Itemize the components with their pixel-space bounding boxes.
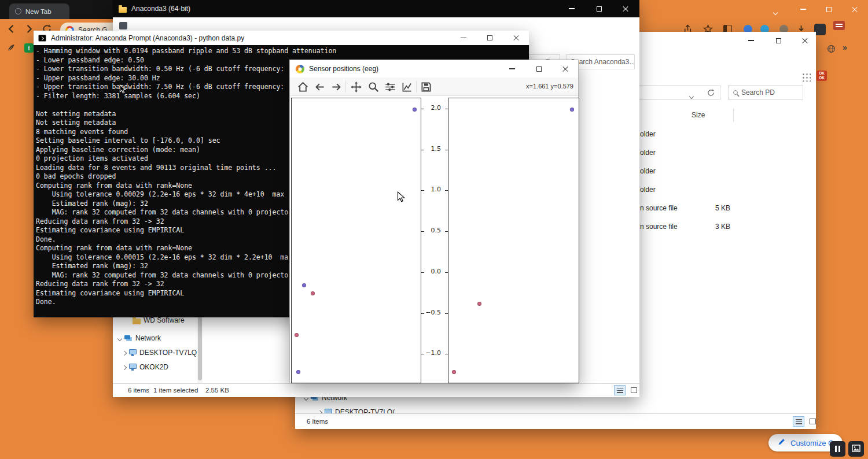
cursor-readout: x=1.661 y=0.579 — [526, 83, 573, 90]
address-dropdown-chevron-icon[interactable] — [690, 90, 693, 101]
explorer-back-minimize-button[interactable] — [741, 32, 761, 49]
browser-maximize-button[interactable] — [819, 3, 838, 15]
bookmark-t-icon[interactable]: t — [24, 43, 34, 53]
terminal-close-button[interactable] — [507, 31, 525, 45]
selection-count: 1 item selected — [153, 384, 198, 397]
back-arrow-icon[interactable] — [312, 80, 326, 94]
adblock-badge-icon[interactable] — [833, 21, 845, 30]
ribbon-menu-icon[interactable] — [119, 22, 127, 29]
terminal-title: Administrator: Anaconda Prompt (Anaconda… — [51, 34, 244, 42]
figure-window: Sensor positions (eeg) x=1.661 y=0.579 2… — [289, 60, 579, 383]
folder-icon — [133, 319, 141, 324]
computer-icon — [129, 364, 137, 369]
home-icon[interactable] — [296, 80, 310, 94]
figure-maximize-button[interactable] — [529, 60, 549, 77]
tree-item-label: Network — [135, 334, 161, 342]
extension-badge-icon[interactable] — [814, 24, 826, 35]
okok-extension-icon[interactable]: OK OK — [816, 71, 827, 81]
axes-edit-icon[interactable] — [400, 80, 414, 94]
app-grid-icon[interactable] — [801, 72, 811, 82]
chevron-right-icon[interactable] — [123, 363, 126, 371]
adblock-badge-bars — [836, 24, 843, 25]
thumbnail-view-icon — [631, 387, 637, 393]
explorer-front-title: Anaconda3 (64-bit) — [131, 5, 190, 13]
globe-bookmark-icon[interactable] — [827, 45, 836, 55]
tree-item-desktop[interactable]: DESKTOP-TV7LQ( — [123, 347, 199, 358]
thumbnail-view-icon — [810, 419, 816, 424]
terminal-minimize-button[interactable] — [455, 31, 472, 45]
configure-subplots-icon[interactable] — [383, 80, 397, 94]
forward-arrow-icon[interactable] — [329, 80, 343, 94]
file-type-text: older — [640, 186, 656, 194]
tick-mark — [445, 150, 448, 150]
file-size-text: 3 KB — [694, 223, 730, 231]
y-axis-labels: 2.01.51.00.50.0−0.5−1.0 — [421, 98, 445, 383]
toolbar-divider — [416, 81, 417, 92]
sensor-dot — [302, 283, 306, 287]
zoom-icon[interactable] — [366, 80, 380, 94]
file-type-text: older — [640, 130, 656, 138]
sensor-dot — [477, 302, 481, 306]
thumbnail-view-button[interactable] — [628, 385, 639, 395]
chevron-right-icon[interactable] — [123, 349, 126, 357]
save-icon[interactable] — [419, 80, 433, 94]
browser-minimize-button[interactable] — [793, 3, 813, 15]
tick-mark — [445, 272, 448, 273]
browser-close-button[interactable] — [845, 3, 865, 15]
display-control-button[interactable] — [848, 441, 864, 457]
sensor-dot — [295, 333, 299, 337]
tree-scrollbar-thumb[interactable] — [198, 317, 202, 380]
folder-icon — [119, 7, 127, 13]
details-view-button[interactable] — [793, 416, 804, 427]
pause-control-button[interactable] — [830, 441, 845, 457]
tree-item-okok2d[interactable]: OKOK2D — [123, 361, 168, 373]
list-view-icon — [796, 419, 802, 424]
browser-tab[interactable]: New Tab — [9, 3, 69, 19]
forward-icon[interactable] — [23, 23, 35, 37]
bookmarks-overflow-chevron[interactable]: » — [843, 43, 847, 52]
matplotlib-logo-icon — [296, 65, 304, 73]
size-column-header[interactable]: Size — [692, 111, 705, 119]
sensor-dot — [413, 108, 417, 112]
figure-minimize-button[interactable] — [502, 60, 522, 77]
items-count: 6 items — [307, 414, 328, 429]
scatter-subplot-right[interactable] — [448, 98, 579, 383]
pan-icon[interactable] — [349, 80, 363, 94]
scatter-subplot-left[interactable] — [291, 98, 421, 383]
sensor-dot — [452, 370, 456, 374]
pencil-icon — [778, 438, 786, 448]
file-type-text: n source file — [640, 204, 678, 212]
y-tick-label: 0.5 — [421, 227, 441, 234]
image-icon — [852, 444, 860, 454]
thumbnail-view-button[interactable] — [807, 416, 818, 427]
y-tick-label: −1.0 — [421, 349, 441, 357]
tree-item-label: OKOK2D — [139, 363, 168, 371]
explorer-front-maximize-button[interactable] — [589, 0, 609, 17]
explorer-back-maximize-button[interactable] — [768, 32, 788, 49]
details-view-button[interactable] — [614, 385, 626, 395]
tick-mark — [445, 354, 448, 354]
sensor-dot — [570, 108, 574, 112]
tabstrip-chevron-icon[interactable] — [774, 6, 777, 17]
secondary-cursor — [119, 84, 126, 97]
back-icon[interactable] — [6, 23, 17, 37]
search-text: Search PD — [741, 88, 775, 97]
tree-item-label: WD Software — [144, 316, 185, 324]
customize-label: Customize C — [790, 439, 833, 447]
tree-item-network[interactable]: Network — [118, 332, 161, 344]
y-tick-label: −0.5 — [421, 309, 441, 316]
explorer-front-minimize-button[interactable] — [562, 0, 582, 17]
terminal-maximize-button[interactable] — [481, 31, 498, 45]
explorer-back-search-box[interactable]: Search PD — [728, 85, 803, 100]
list-view-icon — [617, 388, 623, 393]
explorer-front-close-button[interactable] — [616, 0, 635, 17]
chevron-down-icon[interactable] — [118, 334, 122, 342]
tick-mark — [445, 313, 448, 314]
explorer-back-close-button[interactable] — [795, 32, 815, 49]
tree-item-label: DESKTOP-TV7LQ( — [139, 349, 199, 357]
quill-bookmark-icon[interactable] — [6, 43, 16, 55]
y-tick-label: 2.0 — [421, 104, 441, 112]
address-refresh-icon[interactable] — [707, 88, 715, 99]
figure-close-button[interactable] — [556, 60, 575, 77]
column-divider — [733, 109, 734, 122]
